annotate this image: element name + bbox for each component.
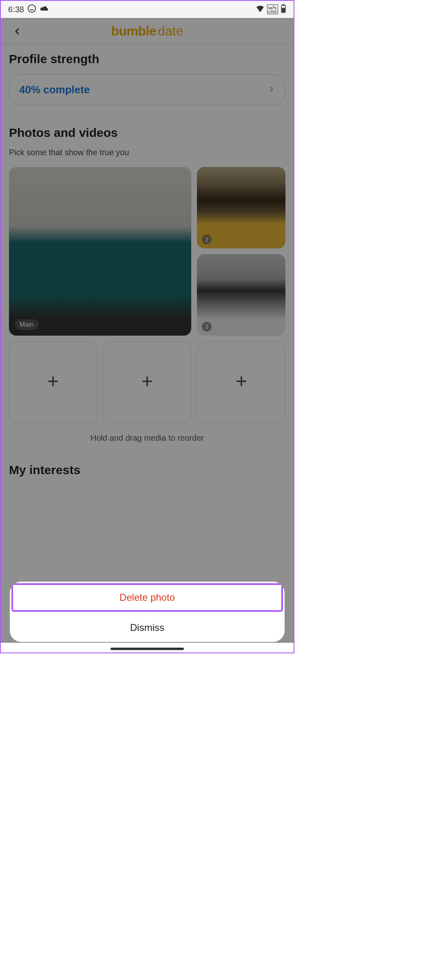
- svg-point-0: [28, 5, 35, 12]
- svg-rect-3: [282, 8, 285, 12]
- main-badge: Main: [15, 319, 39, 330]
- add-photo-slot-4[interactable]: [9, 341, 97, 423]
- chevron-right-icon: [268, 86, 275, 94]
- reorder-hint: Hold and drag media to reorder: [9, 433, 285, 443]
- battery-icon: [281, 4, 286, 15]
- add-photo-slot-5[interactable]: [103, 341, 192, 423]
- volte-icon: Vo))1LTE2: [267, 4, 278, 14]
- plus-icon: [140, 374, 155, 390]
- delete-photo-button[interactable]: Delete photo: [11, 583, 283, 612]
- add-photo-slot-6[interactable]: [197, 341, 285, 423]
- profile-strength-card[interactable]: 40% complete: [9, 74, 285, 105]
- status-bar: 6:38 Vo))1LTE2: [1, 1, 294, 18]
- back-button[interactable]: [9, 23, 25, 40]
- photo-slot-3[interactable]: 3: [197, 254, 285, 336]
- action-sheet: Delete photo Dismiss: [10, 582, 285, 642]
- photo-number-3: 3: [202, 322, 212, 332]
- logo-primary: bumble: [111, 24, 156, 39]
- logo-secondary: date: [158, 24, 183, 39]
- whatsapp-icon: [27, 4, 36, 15]
- plus-icon: [46, 374, 60, 390]
- dismiss-button[interactable]: Dismiss: [10, 613, 285, 642]
- nav-pill[interactable]: [110, 648, 184, 650]
- app-logo: bumble date: [111, 24, 183, 39]
- app-header: bumble date: [1, 18, 294, 45]
- photos-title: Photos and videos: [9, 126, 285, 140]
- status-time: 6:38: [8, 5, 24, 14]
- interests-title: My interests: [9, 463, 285, 477]
- cloud-icon: [40, 5, 49, 14]
- photo-slot-main[interactable]: Main: [9, 167, 191, 336]
- profile-strength-title: Profile strength: [9, 52, 285, 66]
- photos-subtitle: Pick some that show the true you: [9, 148, 285, 157]
- plus-icon: [234, 374, 249, 390]
- completion-text: 40% complete: [19, 83, 90, 96]
- photo-number-2: 2: [202, 235, 212, 244]
- wifi-icon: [256, 5, 265, 14]
- svg-rect-2: [283, 4, 284, 5]
- photo-slot-2[interactable]: 2: [197, 167, 285, 248]
